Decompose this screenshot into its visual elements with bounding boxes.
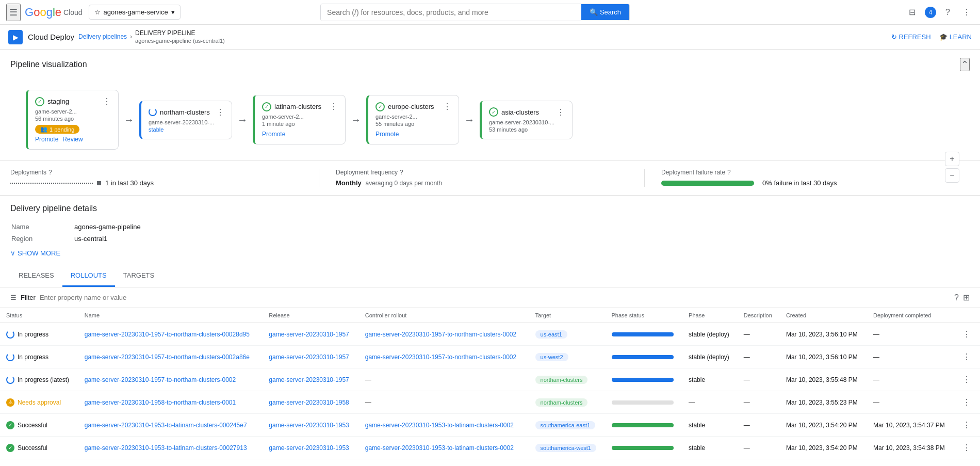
row-more-button[interactable]: ⋮ [960,373,973,387]
more-options-button[interactable]: ⋮ [959,4,974,20]
phase-bar [612,400,674,405]
search-input[interactable] [321,4,581,21]
asia-name: asia-clusters [501,108,539,116]
help-icon-button[interactable]: ? [942,5,953,20]
status-cell: In progress [6,353,72,361]
northam-more-button[interactable]: ⋮ [216,107,224,117]
controller-rollout-link[interactable]: game-server-20230310-1953-to-latinam-clu… [365,422,514,429]
release-link[interactable]: game-server-20230310-1958 [269,399,349,406]
status-label: In progress (latest) [18,376,69,383]
release-link[interactable]: game-server-20230310-1957 [269,331,349,338]
row-more-button[interactable]: ⋮ [960,327,973,341]
release-link[interactable]: game-server-20230310-1957 [269,376,349,383]
row-more-button[interactable]: ⋮ [960,350,973,364]
pipeline-collapse-button[interactable]: ⌃ [960,58,970,71]
rollout-name-link[interactable]: game-server-20230310-1953-to-latinam-clu… [85,422,247,429]
release-link[interactable]: game-server-20230310-1953 [269,422,349,429]
controller-rollout-link[interactable]: game-server-20230310-1953-to-latinam-clu… [365,444,514,452]
table-row: ⚠ Needs approval game-server-20230310-19… [0,391,980,414]
staging-version: game-server-2... [35,108,111,115]
filter-help-icon[interactable]: ? [954,293,959,302]
search-button[interactable]: 🔍 Search [581,4,629,20]
rollout-name-link[interactable]: game-server-20230310-1958-to-northam-clu… [85,399,236,406]
row-more-button[interactable]: ⋮ [960,463,973,466]
rollout-name-link[interactable]: game-server-20230310-1957-to-northam-clu… [85,376,236,383]
phase-bar-fill [612,332,674,336]
console-icon-button[interactable]: ⊟ [906,4,919,20]
controller-rollout-link[interactable]: game-server-20230310-1957-to-northam-clu… [365,331,516,338]
controller-rollout-link[interactable]: game-server-20230310-1957-to-northam-clu… [365,353,516,361]
completed-cell: — [867,391,954,414]
filter-label: Filter [21,294,36,301]
tab-targets[interactable]: TARGETS [115,265,162,287]
rollout-name-link[interactable]: game-server-20230310-1957-to-northam-clu… [85,331,250,338]
refresh-button[interactable]: ↻ REFRESH [891,33,931,41]
col-release: Release [263,308,358,323]
phase-label: stable [682,459,738,467]
deployments-bar-dot [97,181,101,185]
tabs-row: RELEASES ROLLOUTS TARGETS [0,265,980,287]
show-more-button[interactable]: ∨ SHOW MORE [10,249,60,257]
description-cell: — [738,437,780,459]
project-selector[interactable]: ☆ agones-game-service ▾ [89,5,181,20]
failure-chart: 0% failure in last 30 days [661,179,953,187]
region-value: us-central1 [74,233,277,244]
needs-approval-label[interactable]: Needs approval [18,399,61,406]
filter-columns-icon[interactable]: ⊞ [963,293,970,302]
asia-time: 53 minutes ago [489,126,565,133]
failure-bar-fill [661,181,754,186]
tab-rollouts[interactable]: ROLLOUTS [62,265,115,287]
filter-input[interactable] [40,294,950,301]
phase-label: stable [682,368,738,391]
row-more-button[interactable]: ⋮ [960,441,973,455]
completed-cell: — [867,368,954,391]
notification-badge[interactable]: 4 [925,7,936,18]
breadcrumb-delivery-pipelines[interactable]: Delivery pipelines [78,33,127,40]
row-more-button[interactable]: ⋮ [960,395,973,409]
europe-more-button[interactable]: ⋮ [443,102,451,111]
rollout-name-link[interactable]: game-server-20230310-1957-to-northam-clu… [85,353,250,361]
latinam-more-button[interactable]: ⋮ [330,102,338,111]
release-link[interactable]: game-server-20230310-1957 [269,353,349,361]
northam-status-icon [149,108,157,116]
menu-button[interactable]: ☰ [6,4,21,21]
row-more-button[interactable]: ⋮ [960,418,973,432]
frequency-value: Monthly averaging 0 days per month [336,179,628,187]
arrow-northam-latinam: → [232,114,253,126]
controller-rollout-empty: — [365,376,371,383]
learn-icon: 🎓 [939,33,948,41]
europe-name: europe-clusters [388,103,434,110]
asia-more-button[interactable]: ⋮ [557,107,565,117]
staging-promote-button[interactable]: Promote [35,136,58,143]
refresh-icon: ↻ [891,33,897,41]
staging-more-button[interactable]: ⋮ [103,97,111,106]
latinam-time: 1 minute ago [262,121,338,127]
details-table: Name agones-game-pipeline Region us-cent… [10,220,279,245]
release-link[interactable]: game-server-20230310-1953 [269,444,349,452]
learn-button[interactable]: 🎓 LEARN [939,33,972,41]
table-header-row: Status Name Release Controller rollout T… [0,308,980,323]
europe-promote-button[interactable]: Promote [375,131,399,138]
stage-card-northam: northam-clusters ⋮ game-server-20230310-… [139,101,232,139]
tab-releases[interactable]: RELEASES [10,265,62,287]
target-badge: us-east1 [535,330,567,339]
zoom-in-button[interactable]: + [945,152,959,166]
staging-review-button[interactable]: Review [62,136,83,143]
failure-value: 0% failure in last 30 days [762,179,837,187]
frequency-metric: Deployment frequency ? Monthly averaging… [319,169,644,187]
completed-cell: Mar 10, 2023, 3:54:44 PM [867,459,954,467]
created-cell: Mar 10, 2023, 3:56:10 PM [780,346,867,368]
created-cell: Mar 10, 2023, 3:54:20 PM [780,414,867,437]
status-icon-in-progress [6,376,14,384]
arrow-latinam-europe: → [346,114,366,126]
latinam-promote-button[interactable]: Promote [262,131,285,138]
status-icon-in-progress [6,353,14,361]
europe-version: game-server-2... [375,114,451,120]
created-cell: Mar 10, 2023, 3:54:20 PM [780,459,867,467]
failure-label: Deployment failure rate ? [661,169,953,176]
deployments-value: 1 in last 30 days [105,179,154,187]
name-label: Name [11,221,73,232]
zoom-controls: + − [945,152,959,183]
zoom-out-button[interactable]: − [945,168,959,183]
rollout-name-link[interactable]: game-server-20230310-1953-to-latinam-clu… [85,444,247,452]
